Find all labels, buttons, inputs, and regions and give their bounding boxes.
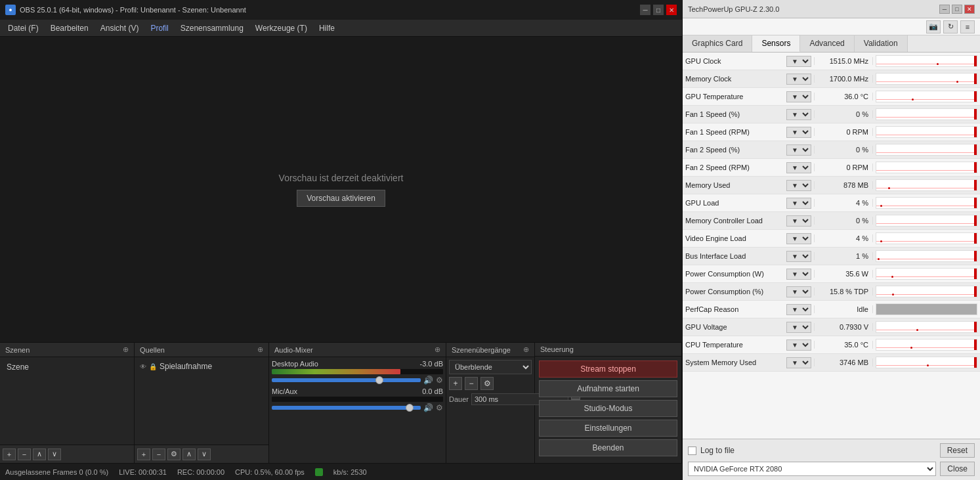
source-name-0: Spielaufnahme xyxy=(160,362,212,371)
sensor-dropdown-15[interactable]: ▼ xyxy=(786,322,811,333)
menu-datei[interactable]: Datei (F) xyxy=(3,22,44,35)
scenes-up-btn[interactable]: ∧ xyxy=(33,448,46,460)
sensor-dropdown-3[interactable]: ▼ xyxy=(786,109,811,120)
sensor-name-12: Power Consumption (W) xyxy=(685,270,785,278)
sensor-graph-bg-9 xyxy=(876,215,977,227)
sensor-value-8: 4 % xyxy=(814,199,873,207)
sources-settings-btn[interactable]: ⚙ xyxy=(167,448,181,460)
sensor-graph-dot-7 xyxy=(888,187,890,189)
gpuz-refresh-btn[interactable]: ↻ xyxy=(943,20,958,33)
sensor-row-4: Fan 1 Speed (RPM)▼0 RPM xyxy=(683,123,980,141)
menu-bearbeiten[interactable]: Bearbeiten xyxy=(45,22,94,35)
tab-sensors[interactable]: Sensors xyxy=(752,35,800,52)
menu-szenensammlung[interactable]: Szenensammlung xyxy=(175,22,249,35)
tab-advanced[interactable]: Advanced xyxy=(800,35,854,52)
menu-hilfe[interactable]: Hilfe xyxy=(314,22,340,35)
scenes-add-btn[interactable]: + xyxy=(3,448,16,460)
sensor-dropdown-6[interactable]: ▼ xyxy=(786,162,811,173)
log-to-file-checkbox[interactable] xyxy=(688,447,696,455)
sensor-graph-marker-7 xyxy=(974,180,977,190)
gpuz-camera-btn[interactable]: 📷 xyxy=(926,20,941,33)
sensor-name-0: GPU Clock xyxy=(685,57,785,65)
sensor-dropdown-17[interactable]: ▼ xyxy=(786,357,811,368)
sources-add-btn[interactable]: + xyxy=(137,448,150,460)
scenes-down-btn[interactable]: ∨ xyxy=(48,448,61,460)
gpuz-maximize-btn[interactable]: □ xyxy=(952,5,962,14)
sensor-graph-cell-10 xyxy=(873,230,980,247)
scenes-panel: Szenen ⊕ Szene + − ∧ ∨ xyxy=(0,343,135,463)
studio-mode-btn[interactable]: Studio-Modus xyxy=(539,400,677,417)
sources-remove-btn[interactable]: − xyxy=(152,448,165,460)
menu-ansicht[interactable]: Ansicht (V) xyxy=(95,22,144,35)
mic-mute-btn[interactable]: 🔊 xyxy=(423,403,433,412)
obs-minimize-btn[interactable]: ─ xyxy=(640,5,650,15)
sensor-dropdown-0[interactable]: ▼ xyxy=(786,56,811,67)
sensor-graph-line-6 xyxy=(876,170,977,171)
sensor-graph-marker-9 xyxy=(974,215,977,226)
sensor-dropdown-11[interactable]: ▼ xyxy=(786,251,811,262)
desktop-volume-handle[interactable] xyxy=(375,376,383,384)
beenden-btn[interactable]: Beenden xyxy=(539,439,677,456)
transition-remove-btn[interactable]: − xyxy=(465,377,478,390)
sensor-graph-line-0 xyxy=(876,64,977,64)
scene-item-0[interactable]: Szene xyxy=(3,360,131,374)
source-item-0[interactable]: 👁 🔒 Spielaufnahme xyxy=(137,360,266,373)
gpu-model-select[interactable]: NVIDIA GeForce RTX 2080 xyxy=(688,462,936,476)
sensor-name-8: GPU Load xyxy=(685,199,785,207)
sensor-dropdown-16[interactable]: ▼ xyxy=(786,339,811,351)
sensor-value-3: 0 % xyxy=(814,110,873,118)
sources-down-btn[interactable]: ∨ xyxy=(198,448,211,460)
sensor-graph-cell-15 xyxy=(873,318,980,336)
source-visibility-icon[interactable]: 👁 xyxy=(140,363,146,370)
obs-maximize-btn[interactable]: □ xyxy=(653,5,664,15)
sensor-dropdown-7[interactable]: ▼ xyxy=(786,180,811,191)
desktop-settings-btn[interactable]: ⚙ xyxy=(436,376,443,385)
tab-validation[interactable]: Validation xyxy=(855,35,908,52)
reset-btn[interactable]: Reset xyxy=(940,443,975,458)
gpuz-menu-btn[interactable]: ≡ xyxy=(960,20,975,33)
sensor-name-16: CPU Temperature xyxy=(685,341,785,349)
sensor-dropdown-4[interactable]: ▼ xyxy=(786,127,811,138)
sensor-name-cell-12: Power Consumption (W)▼ xyxy=(683,269,814,280)
transition-settings-btn[interactable]: ⚙ xyxy=(480,377,494,390)
sensor-value-5: 0 % xyxy=(814,146,873,154)
menu-profil[interactable]: Profil xyxy=(145,22,173,35)
activate-preview-button[interactable]: Vorschau aktivieren xyxy=(297,190,385,207)
gpuz-sensors-list: GPU Clock▼1515.0 MHzMemory Clock▼1700.0 … xyxy=(683,53,980,439)
sensor-dropdown-13[interactable]: ▼ xyxy=(786,286,811,297)
sensor-graph-bg-11 xyxy=(876,250,977,262)
scenes-remove-btn[interactable]: − xyxy=(18,448,31,460)
sensor-dropdown-10[interactable]: ▼ xyxy=(786,233,811,244)
obs-close-btn[interactable]: ✕ xyxy=(666,5,677,15)
sensor-dropdown-5[interactable]: ▼ xyxy=(786,144,811,156)
sensor-dropdown-1[interactable]: ▼ xyxy=(786,74,811,85)
close-btn[interactable]: Close xyxy=(940,462,975,476)
mic-volume-slider[interactable] xyxy=(272,406,421,410)
settings-btn[interactable]: Einstellungen xyxy=(539,420,677,437)
stream-stop-btn[interactable]: Stream stoppen xyxy=(539,360,677,378)
sensor-name-cell-4: Fan 1 Speed (RPM)▼ xyxy=(683,127,814,138)
sensor-dropdown-2[interactable]: ▼ xyxy=(786,91,811,102)
mic-volume-handle[interactable] xyxy=(406,404,414,412)
sensor-dropdown-14[interactable]: ▼ xyxy=(786,304,811,315)
sensor-dropdown-9[interactable]: ▼ xyxy=(786,215,811,227)
sources-up-btn[interactable]: ∧ xyxy=(182,448,196,460)
scenes-panel-header: Szenen ⊕ xyxy=(0,343,134,357)
desktop-audio-meter xyxy=(272,369,443,374)
tab-graphics-card[interactable]: Graphics Card xyxy=(683,35,752,52)
mic-settings-btn[interactable]: ⚙ xyxy=(436,403,443,412)
transition-add-btn[interactable]: + xyxy=(449,377,462,390)
sensor-graph-cell-14 xyxy=(873,301,980,318)
gpuz-minimize-btn[interactable]: ─ xyxy=(939,5,950,14)
desktop-mute-btn[interactable]: 🔊 xyxy=(423,376,433,385)
audio-panel-header: Audio-Mixer ⊕ xyxy=(269,343,446,357)
gpuz-tabs: Graphics Card Sensors Advanced Validatio… xyxy=(683,35,980,53)
menu-werkzeuge[interactable]: Werkzeuge (T) xyxy=(250,22,312,35)
record-start-btn[interactable]: Aufnahme starten xyxy=(539,380,677,397)
gpuz-close-btn[interactable]: ✕ xyxy=(964,5,975,14)
sensor-dropdown-12[interactable]: ▼ xyxy=(786,269,811,280)
transition-select[interactable]: Überblende xyxy=(449,360,532,374)
desktop-volume-slider[interactable] xyxy=(272,378,421,382)
sensor-dropdown-8[interactable]: ▼ xyxy=(786,198,811,209)
source-lock-icon[interactable]: 🔒 xyxy=(149,363,157,370)
